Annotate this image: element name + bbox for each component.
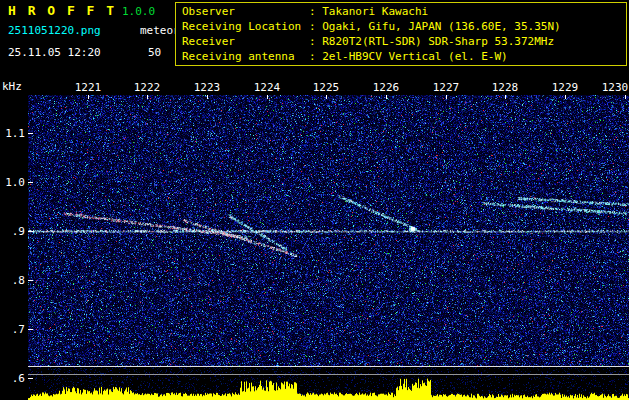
- x-tick-label: 1230: [601, 81, 629, 94]
- app-version: 1.0.0: [122, 5, 155, 18]
- info-row: Receiver: R820T2(RTL-SDR) SDR-Sharp 53.3…: [182, 34, 626, 49]
- info-value: : Ogaki, Gifu, JAPAN (136.60E, 35.35N): [309, 20, 561, 33]
- x-tick-label: 1227: [432, 81, 460, 94]
- x-tick-label: 1223: [193, 81, 221, 94]
- y-tick-label: .6: [0, 372, 25, 385]
- x-tick-label: 1221: [74, 81, 102, 94]
- info-label: Receiver: [182, 34, 309, 49]
- info-label: Receiving Location: [182, 19, 309, 34]
- observer-info-box: Observer: Takanori Kawachi Receiving Loc…: [175, 2, 627, 66]
- x-tick-label: 1224: [253, 81, 281, 94]
- info-value: : Takanori Kawachi: [309, 5, 428, 18]
- info-value: : R820T2(RTL-SDR) SDR-Sharp 53.372MHz: [309, 35, 554, 48]
- gain-value: 50: [148, 46, 161, 59]
- x-tick-label: 1222: [133, 81, 161, 94]
- output-filename: 2511051220.png: [8, 24, 101, 37]
- x-tick-label: 1226: [372, 81, 400, 94]
- x-tick-label: 1229: [551, 81, 579, 94]
- spectrogram-canvas: [28, 95, 629, 400]
- y-axis-unit-label: kHz: [2, 80, 22, 93]
- y-tick-label: .7: [0, 323, 25, 336]
- y-tick-label: 1.1: [0, 127, 25, 140]
- mode-label: meteor: [140, 24, 180, 37]
- info-row: Receiving Location: Ogaki, Gifu, JAPAN (…: [182, 19, 626, 34]
- info-row: Receiving antenna: 2el-HB9CV Vertical (e…: [182, 49, 626, 64]
- hrofft-screen: H R O F F T 1.0.0 2511051220.png meteor …: [0, 0, 629, 400]
- info-row: Observer: Takanori Kawachi: [182, 4, 626, 19]
- datetime-label: 25.11.05 12:20: [8, 46, 101, 59]
- info-label: Observer: [182, 4, 309, 19]
- info-value: : 2el-HB9CV Vertical (el. E-W): [309, 50, 508, 63]
- app-title: H R O F F T: [8, 3, 116, 18]
- info-label: Receiving antenna: [182, 49, 309, 64]
- x-tick-label: 1225: [312, 81, 340, 94]
- x-tick-label: 1228: [491, 81, 519, 94]
- y-tick-label: .8: [0, 274, 25, 287]
- y-tick-label: .9: [0, 225, 25, 238]
- y-tick-label: 1.0: [0, 176, 25, 189]
